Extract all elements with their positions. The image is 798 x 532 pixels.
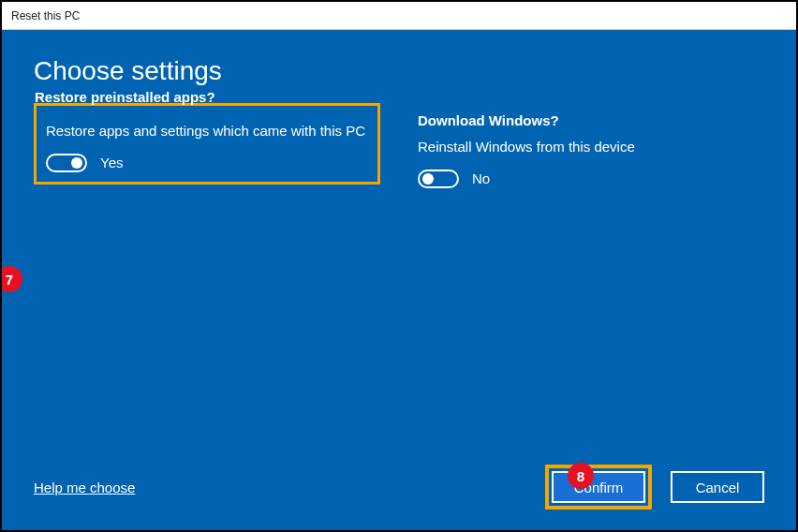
titlebar: Reset this PC [2,2,796,30]
question-description: Reinstall Windows from this device [418,138,764,156]
annotation-label: 7 [6,272,13,288]
annotation-step-7: 7 [0,266,22,292]
confirm-button[interactable]: Confirm [552,471,645,503]
cancel-button[interactable]: Cancel [671,471,764,503]
page-title: Choose settings [34,56,764,86]
highlight-restore-apps: Restore preinstalled apps? Restore apps … [34,103,380,185]
option-restore-apps: Restore preinstalled apps? Restore apps … [34,112,380,188]
question-heading: Download Windows? [418,112,764,128]
options-row: Restore preinstalled apps? Restore apps … [34,112,764,188]
annotation-step-8: 8 [568,463,594,489]
download-windows-toggle[interactable] [418,170,459,188]
content-area: 7 8 Choose settings Restore preinstalled… [2,30,796,530]
toggle-row: No [418,170,764,188]
restore-apps-toggle[interactable] [46,154,87,172]
footer: Help me choose Confirm Cancel [34,465,764,510]
window-title: Reset this PC [11,9,80,22]
highlight-confirm: Confirm [545,465,652,510]
toggle-state-label: Yes [100,155,123,170]
annotation-label: 8 [577,468,584,484]
window: Reset this PC 7 8 Choose settings Restor… [2,2,796,530]
toggle-state-label: No [472,170,490,186]
toggle-knob [71,157,82,169]
option-download-windows: Download Windows? Reinstall Windows from… [418,112,764,188]
toggle-row: Yes [46,154,368,172]
question-heading: Restore preinstalled apps? [35,89,368,105]
help-me-choose-link[interactable]: Help me choose [34,480,135,495]
question-description: Restore apps and settings which came wit… [46,122,368,140]
toggle-knob [422,173,434,185]
